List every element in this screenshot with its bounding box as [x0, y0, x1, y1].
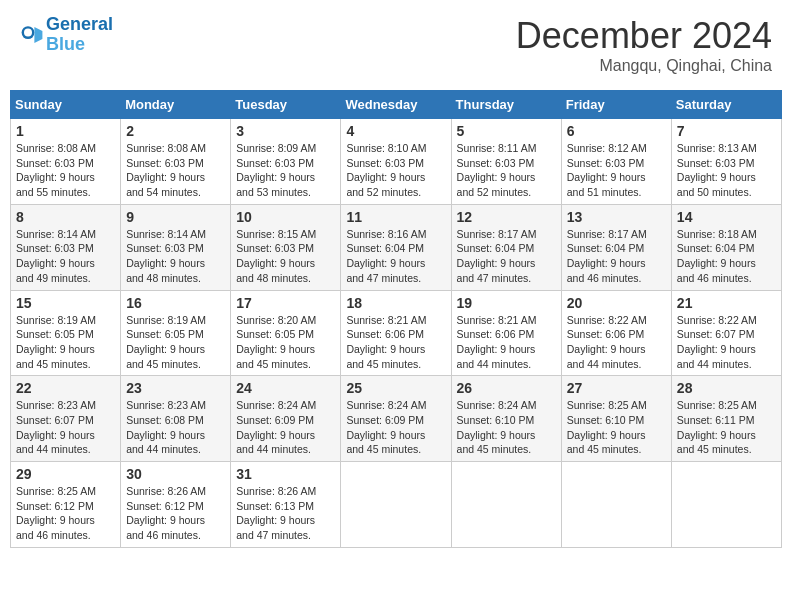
- day-info: Sunrise: 8:25 AM Sunset: 6:11 PM Dayligh…: [677, 398, 776, 457]
- day-info: Sunrise: 8:18 AM Sunset: 6:04 PM Dayligh…: [677, 227, 776, 286]
- sunrise-label: Sunrise: 8:11 AM: [457, 142, 537, 154]
- calendar-day-18: 18 Sunrise: 8:21 AM Sunset: 6:06 PM Dayl…: [341, 290, 451, 376]
- sunrise-label: Sunrise: 8:16 AM: [346, 228, 426, 240]
- empty-cell: [671, 462, 781, 548]
- sunrise-label: Sunrise: 8:13 AM: [677, 142, 757, 154]
- calendar-day-1: 1 Sunrise: 8:08 AM Sunset: 6:03 PM Dayli…: [11, 119, 121, 205]
- day-info: Sunrise: 8:08 AM Sunset: 6:03 PM Dayligh…: [16, 141, 115, 200]
- calendar-week-1: 1 Sunrise: 8:08 AM Sunset: 6:03 PM Dayli…: [11, 119, 782, 205]
- calendar-day-10: 10 Sunrise: 8:15 AM Sunset: 6:03 PM Dayl…: [231, 204, 341, 290]
- calendar-table: SundayMondayTuesdayWednesdayThursdayFrid…: [10, 90, 782, 548]
- day-number: 7: [677, 123, 776, 139]
- calendar-day-31: 31 Sunrise: 8:26 AM Sunset: 6:13 PM Dayl…: [231, 462, 341, 548]
- weekday-header-sunday: Sunday: [11, 91, 121, 119]
- day-number: 30: [126, 466, 225, 482]
- day-info: Sunrise: 8:20 AM Sunset: 6:05 PM Dayligh…: [236, 313, 335, 372]
- sunset-label: Sunset: 6:12 PM: [126, 500, 204, 512]
- day-info: Sunrise: 8:17 AM Sunset: 6:04 PM Dayligh…: [457, 227, 556, 286]
- daylight-label: Daylight: 9 hours and 45 minutes.: [346, 429, 425, 456]
- daylight-label: Daylight: 9 hours and 53 minutes.: [236, 171, 315, 198]
- sunrise-label: Sunrise: 8:26 AM: [126, 485, 206, 497]
- daylight-label: Daylight: 9 hours and 44 minutes.: [457, 343, 536, 370]
- sunrise-label: Sunrise: 8:24 AM: [346, 399, 426, 411]
- sunset-label: Sunset: 6:06 PM: [346, 328, 424, 340]
- sunset-label: Sunset: 6:07 PM: [16, 414, 94, 426]
- calendar-day-20: 20 Sunrise: 8:22 AM Sunset: 6:06 PM Dayl…: [561, 290, 671, 376]
- calendar-day-7: 7 Sunrise: 8:13 AM Sunset: 6:03 PM Dayli…: [671, 119, 781, 205]
- day-number: 1: [16, 123, 115, 139]
- weekday-header-saturday: Saturday: [671, 91, 781, 119]
- sunset-label: Sunset: 6:11 PM: [677, 414, 755, 426]
- page-header: General Blue December 2024 Mangqu, Qingh…: [10, 10, 782, 80]
- sunrise-label: Sunrise: 8:24 AM: [236, 399, 316, 411]
- day-info: Sunrise: 8:17 AM Sunset: 6:04 PM Dayligh…: [567, 227, 666, 286]
- sunrise-label: Sunrise: 8:23 AM: [16, 399, 96, 411]
- day-info: Sunrise: 8:19 AM Sunset: 6:05 PM Dayligh…: [16, 313, 115, 372]
- calendar-week-2: 8 Sunrise: 8:14 AM Sunset: 6:03 PM Dayli…: [11, 204, 782, 290]
- day-info: Sunrise: 8:24 AM Sunset: 6:10 PM Dayligh…: [457, 398, 556, 457]
- sunrise-label: Sunrise: 8:20 AM: [236, 314, 316, 326]
- day-info: Sunrise: 8:21 AM Sunset: 6:06 PM Dayligh…: [457, 313, 556, 372]
- day-number: 5: [457, 123, 556, 139]
- day-number: 14: [677, 209, 776, 225]
- day-info: Sunrise: 8:25 AM Sunset: 6:12 PM Dayligh…: [16, 484, 115, 543]
- sunset-label: Sunset: 6:04 PM: [346, 242, 424, 254]
- day-info: Sunrise: 8:13 AM Sunset: 6:03 PM Dayligh…: [677, 141, 776, 200]
- sunrise-label: Sunrise: 8:22 AM: [567, 314, 647, 326]
- daylight-label: Daylight: 9 hours and 49 minutes.: [16, 257, 95, 284]
- daylight-label: Daylight: 9 hours and 45 minutes.: [346, 343, 425, 370]
- calendar-day-8: 8 Sunrise: 8:14 AM Sunset: 6:03 PM Dayli…: [11, 204, 121, 290]
- calendar-day-12: 12 Sunrise: 8:17 AM Sunset: 6:04 PM Dayl…: [451, 204, 561, 290]
- weekday-header-thursday: Thursday: [451, 91, 561, 119]
- weekday-header-wednesday: Wednesday: [341, 91, 451, 119]
- day-info: Sunrise: 8:26 AM Sunset: 6:12 PM Dayligh…: [126, 484, 225, 543]
- day-info: Sunrise: 8:24 AM Sunset: 6:09 PM Dayligh…: [346, 398, 445, 457]
- sunrise-label: Sunrise: 8:08 AM: [16, 142, 96, 154]
- month-year-title: December 2024: [516, 15, 772, 57]
- daylight-label: Daylight: 9 hours and 51 minutes.: [567, 171, 646, 198]
- svg-point-2: [24, 28, 32, 36]
- logo-text: General Blue: [46, 15, 113, 55]
- calendar-day-16: 16 Sunrise: 8:19 AM Sunset: 6:05 PM Dayl…: [121, 290, 231, 376]
- calendar-week-5: 29 Sunrise: 8:25 AM Sunset: 6:12 PM Dayl…: [11, 462, 782, 548]
- day-number: 22: [16, 380, 115, 396]
- calendar-day-29: 29 Sunrise: 8:25 AM Sunset: 6:12 PM Dayl…: [11, 462, 121, 548]
- day-number: 18: [346, 295, 445, 311]
- day-info: Sunrise: 8:16 AM Sunset: 6:04 PM Dayligh…: [346, 227, 445, 286]
- daylight-label: Daylight: 9 hours and 54 minutes.: [126, 171, 205, 198]
- day-number: 25: [346, 380, 445, 396]
- calendar-day-28: 28 Sunrise: 8:25 AM Sunset: 6:11 PM Dayl…: [671, 376, 781, 462]
- day-info: Sunrise: 8:10 AM Sunset: 6:03 PM Dayligh…: [346, 141, 445, 200]
- daylight-label: Daylight: 9 hours and 46 minutes.: [16, 514, 95, 541]
- daylight-label: Daylight: 9 hours and 45 minutes.: [567, 429, 646, 456]
- day-number: 20: [567, 295, 666, 311]
- sunrise-label: Sunrise: 8:17 AM: [457, 228, 537, 240]
- calendar-day-11: 11 Sunrise: 8:16 AM Sunset: 6:04 PM Dayl…: [341, 204, 451, 290]
- sunrise-label: Sunrise: 8:19 AM: [126, 314, 206, 326]
- sunrise-label: Sunrise: 8:23 AM: [126, 399, 206, 411]
- daylight-label: Daylight: 9 hours and 48 minutes.: [126, 257, 205, 284]
- empty-cell: [451, 462, 561, 548]
- day-number: 24: [236, 380, 335, 396]
- daylight-label: Daylight: 9 hours and 50 minutes.: [677, 171, 756, 198]
- calendar-day-27: 27 Sunrise: 8:25 AM Sunset: 6:10 PM Dayl…: [561, 376, 671, 462]
- weekday-header-friday: Friday: [561, 91, 671, 119]
- sunset-label: Sunset: 6:04 PM: [677, 242, 755, 254]
- sunset-label: Sunset: 6:03 PM: [236, 157, 314, 169]
- sunrise-label: Sunrise: 8:15 AM: [236, 228, 316, 240]
- day-number: 2: [126, 123, 225, 139]
- day-info: Sunrise: 8:14 AM Sunset: 6:03 PM Dayligh…: [126, 227, 225, 286]
- sunset-label: Sunset: 6:05 PM: [16, 328, 94, 340]
- calendar-day-23: 23 Sunrise: 8:23 AM Sunset: 6:08 PM Dayl…: [121, 376, 231, 462]
- calendar-day-17: 17 Sunrise: 8:20 AM Sunset: 6:05 PM Dayl…: [231, 290, 341, 376]
- sunset-label: Sunset: 6:09 PM: [346, 414, 424, 426]
- sunset-label: Sunset: 6:10 PM: [457, 414, 535, 426]
- day-info: Sunrise: 8:26 AM Sunset: 6:13 PM Dayligh…: [236, 484, 335, 543]
- sunset-label: Sunset: 6:03 PM: [457, 157, 535, 169]
- day-number: 11: [346, 209, 445, 225]
- sunrise-label: Sunrise: 8:21 AM: [346, 314, 426, 326]
- day-info: Sunrise: 8:21 AM Sunset: 6:06 PM Dayligh…: [346, 313, 445, 372]
- day-number: 16: [126, 295, 225, 311]
- location-subtitle: Mangqu, Qinghai, China: [516, 57, 772, 75]
- weekday-header-tuesday: Tuesday: [231, 91, 341, 119]
